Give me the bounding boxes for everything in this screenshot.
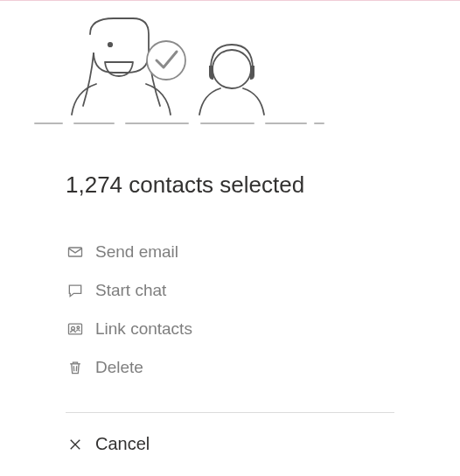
start-chat-button[interactable]: Start chat	[66, 281, 394, 300]
action-label: Start chat	[95, 281, 166, 300]
svg-point-12	[77, 326, 80, 329]
delete-button[interactable]: Delete	[66, 358, 394, 377]
action-label: Link contacts	[95, 319, 192, 339]
action-list: Send email Start chat	[66, 242, 394, 377]
send-email-button[interactable]: Send email	[66, 242, 394, 262]
divider	[66, 412, 394, 413]
page-title: 1,274 contacts selected	[66, 172, 394, 199]
svg-point-7	[147, 41, 185, 80]
cancel-button[interactable]: Cancel	[66, 434, 394, 454]
chat-icon	[66, 281, 85, 300]
close-icon	[66, 435, 85, 454]
illustration	[0, 1, 460, 132]
trash-icon	[66, 358, 85, 377]
contacts-selected-panel: 1,274 contacts selected Send email S	[0, 0, 460, 476]
cancel-label: Cancel	[95, 434, 150, 454]
svg-point-6	[108, 43, 112, 46]
link-contacts-button[interactable]: Link contacts	[66, 319, 394, 339]
action-label: Send email	[95, 242, 178, 262]
people-link-icon	[66, 319, 85, 339]
mail-icon	[66, 242, 85, 262]
action-label: Delete	[95, 358, 143, 377]
svg-point-8	[213, 50, 251, 88]
svg-rect-9	[69, 248, 82, 256]
svg-point-11	[72, 326, 75, 330]
